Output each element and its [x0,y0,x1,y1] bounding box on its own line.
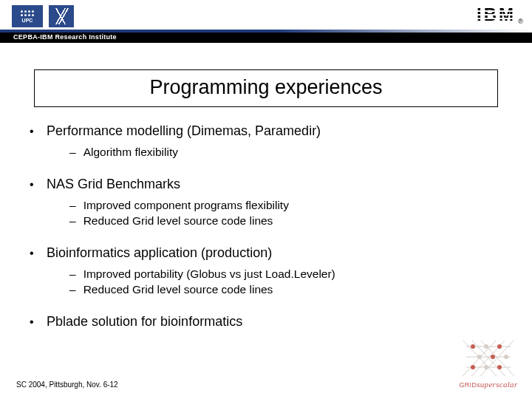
grid-superscalar-logo: GRIDsuperscalar [455,339,522,389]
sub-item: –Improved component programs flexibility [69,198,502,214]
footer-text: SC 2004, Pittsburgh, Nov. 6-12 [16,381,118,389]
svg-point-11 [497,344,502,349]
svg-point-10 [484,344,488,349]
title-box: Programming experiences [34,69,498,107]
institute-bar: CEPBA-IBM Research Institute [0,30,532,43]
upc-logo-icon: UPC [12,5,43,27]
sub-list: –Improved component programs flexibility… [69,198,502,229]
ibm-registered: ® [518,18,523,25]
svg-point-17 [497,365,502,369]
bullet-text: Bioinformatics application (production) [47,245,272,261]
institute-bar-text: CEPBA-IBM Research Institute [13,33,117,41]
lattice-icon [463,339,514,379]
bullet-item: • Bioinformatics application (production… [30,245,502,298]
slide-header: UPC IBM ® CEPBA-IBM Research Institute [0,0,532,43]
bullet-dot-icon: • [30,179,33,191]
upc-label: UPC [22,18,33,23]
bullet-item: • Pblade solution for bioinformatics [30,314,502,330]
sub-list: –Improved portability (Globus vs just Lo… [69,267,502,298]
bullet-text: Performance modelling (Dimemas, Paramedi… [47,123,321,139]
sub-item: –Improved portability (Globus vs just Lo… [69,267,502,282]
svg-point-13 [491,355,495,359]
bullet-dot-icon: • [30,316,33,328]
sub-item: –Reduced Grid level source code lines [69,282,502,298]
bullet-item: • Performance modelling (Dimemas, Parame… [30,123,502,160]
sub-item: –Reduced Grid level source code lines [69,214,502,229]
svg-point-15 [471,365,475,369]
sub-item: –Algorithm flexibility [69,145,502,160]
svg-point-12 [477,355,482,359]
logo-row: UPC [0,0,532,30]
svg-point-14 [504,355,508,359]
page-title: Programming experiences [42,76,490,99]
svg-point-9 [471,344,475,349]
grid-label: GRIDsuperscalar [455,380,522,389]
bullet-item: • NAS Grid Benchmarks –Improved componen… [30,177,502,229]
bullet-dot-icon: • [30,248,33,259]
bullet-text: Pblade solution for bioinformatics [47,314,242,330]
sub-list: –Algorithm flexibility [69,145,502,160]
svg-point-16 [484,365,488,369]
ibm-logo-icon: IBM [477,4,516,25]
content-area: • Performance modelling (Dimemas, Parame… [0,107,532,330]
gradient-strip-icon [0,30,532,33]
main-list: • Performance modelling (Dimemas, Parame… [30,123,502,330]
bullet-dot-icon: • [30,126,33,137]
bsc-logo-icon [49,5,74,27]
bullet-text: NAS Grid Benchmarks [47,177,180,192]
